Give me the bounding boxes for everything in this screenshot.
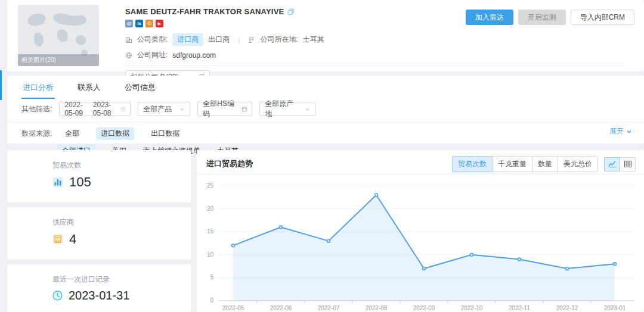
svg-text:15: 15 bbox=[207, 228, 214, 235]
svg-text:25: 25 bbox=[207, 182, 214, 189]
website-label: 公司网址: bbox=[137, 50, 168, 60]
source-option-import[interactable]: 进口数据 bbox=[96, 127, 134, 140]
tab-company-info[interactable]: 公司信息 bbox=[123, 76, 157, 99]
stat-value: 2023-01-31 bbox=[69, 289, 129, 302]
building-icon bbox=[125, 36, 132, 43]
chart-header-divider bbox=[197, 174, 644, 174]
svg-text:2022-09: 2022-09 bbox=[413, 305, 435, 311]
svg-text:2022-05: 2022-05 bbox=[222, 305, 244, 311]
svg-text:2022-07: 2022-07 bbox=[318, 305, 340, 311]
product-select[interactable]: 全部产品 bbox=[138, 102, 190, 116]
date-end: 2023-05-08 bbox=[93, 101, 116, 117]
window-icon bbox=[242, 106, 247, 113]
stat-value: 4 bbox=[69, 232, 76, 247]
stat-label: 供应商 bbox=[52, 217, 191, 227]
expand-toggle[interactable]: 展开 bbox=[609, 126, 632, 136]
start-monitor-button[interactable]: 开启监测 bbox=[518, 10, 566, 25]
hs-code-value: 全部HS编码 bbox=[203, 99, 236, 119]
related-images-label[interactable]: 相关图片(20) bbox=[18, 54, 99, 66]
clock-icon bbox=[52, 291, 63, 301]
location-value: 土耳其 bbox=[303, 35, 324, 45]
stat-value: 105 bbox=[69, 174, 91, 190]
company-photo[interactable]: 相关图片(20) bbox=[18, 5, 99, 66]
website-value[interactable]: sdfgroup.com bbox=[172, 51, 216, 60]
svg-text:10: 10 bbox=[207, 251, 214, 258]
type-importer-tag[interactable]: 进口商 bbox=[172, 33, 203, 46]
data-source-row: 数据来源: 全部 进口数据 出口数据 bbox=[7, 127, 644, 140]
source-option-all[interactable]: 全部 bbox=[65, 129, 79, 139]
stat-card-trade-count: 贸易次数 105 bbox=[7, 150, 191, 202]
date-start: 2022-05-09 bbox=[64, 101, 88, 117]
svg-text:2022-11: 2022-11 bbox=[509, 305, 530, 311]
dotted-divider bbox=[7, 121, 644, 122]
import-crm-button[interactable]: 导入内部CRM bbox=[571, 10, 634, 25]
company-type-label: 公司类型: bbox=[137, 35, 168, 45]
stat-label: 最近一次进口记录 bbox=[52, 274, 191, 285]
chevron-down-icon bbox=[305, 107, 310, 112]
analysis-card: 进口分析 联系人 公司信息 其他筛选: 2022-05-09 2023-05-0… bbox=[7, 76, 644, 143]
linkedin-icon[interactable]: in bbox=[135, 20, 143, 27]
origin-select-value: 全部原产地 bbox=[265, 99, 300, 119]
svg-text:2023-01: 2023-01 bbox=[604, 305, 626, 311]
youtube-icon[interactable]: ▶ bbox=[156, 20, 163, 27]
view-toggle-group bbox=[604, 157, 636, 171]
metric-quantity-button[interactable]: 数量 bbox=[532, 156, 558, 172]
filter-label: 其他筛选: bbox=[21, 104, 52, 114]
hs-code-select[interactable]: 全部HS编码 bbox=[197, 102, 252, 116]
header-actions: 加入雷达 开启监测 导入内部CRM bbox=[466, 10, 634, 25]
filter-row: 其他筛选: 2022-05-09 2023-05-08 全部产品 全部HS编码 … bbox=[7, 102, 644, 116]
table-view-button[interactable] bbox=[620, 157, 636, 171]
type-exporter-tag[interactable]: 出口商 bbox=[208, 35, 230, 45]
shop-icon bbox=[52, 234, 63, 245]
trend-chart-card: 进口贸易趋势 贸易次数 千克重量 数量 美元总价 05101520252022-… bbox=[197, 150, 644, 312]
source-option-export[interactable]: 出口数据 bbox=[151, 129, 179, 139]
metric-button-group: 贸易次数 千克重量 数量 美元总价 bbox=[452, 156, 598, 172]
page: 相关图片(20) SAME DEUTZ-FAHR TRAKTOR SANAYIV… bbox=[0, 0, 644, 312]
svg-text:0: 0 bbox=[210, 297, 213, 304]
svg-text:2022-06: 2022-06 bbox=[270, 305, 292, 311]
chevron-down-icon bbox=[179, 107, 185, 112]
metric-trade-count-button[interactable]: 贸易次数 bbox=[452, 156, 493, 172]
calendar-icon bbox=[121, 106, 125, 113]
metric-weight-button[interactable]: 千克重量 bbox=[492, 156, 532, 172]
chevron-down-icon bbox=[626, 129, 632, 135]
company-header-card: 相关图片(20) SAME DEUTZ-FAHR TRAKTOR SANAYIV… bbox=[7, 0, 644, 71]
location-label: 公司所在地: bbox=[260, 35, 298, 45]
divider: | bbox=[238, 36, 240, 44]
chart-title: 进口贸易趋势 bbox=[206, 158, 253, 169]
svg-text:2022-08: 2022-08 bbox=[366, 305, 388, 311]
svg-text:2022-10: 2022-10 bbox=[461, 305, 483, 311]
stat-label: 贸易次数 bbox=[52, 160, 191, 170]
bar-chart-icon bbox=[52, 177, 63, 188]
flag-icon bbox=[248, 36, 255, 43]
left-scroll-indicator bbox=[0, 70, 2, 100]
phone-icon[interactable]: ✆ bbox=[145, 20, 153, 27]
svg-text:2022-12: 2022-12 bbox=[556, 305, 578, 311]
data-source-label: 数据来源: bbox=[21, 129, 52, 139]
expand-label: 展开 bbox=[609, 126, 624, 136]
line-chart-view-button[interactable] bbox=[604, 157, 620, 171]
line-chart-icon bbox=[608, 161, 616, 167]
table-icon bbox=[624, 161, 631, 167]
dashed-divider bbox=[125, 65, 625, 66]
tab-bar: 进口分析 联系人 公司信息 bbox=[7, 76, 644, 99]
stat-card-last-import: 最近一次进口记录 2023-01-31 bbox=[7, 264, 191, 312]
tab-import-analysis[interactable]: 进口分析 bbox=[21, 76, 55, 99]
stat-card-suppliers: 供应商 4 bbox=[7, 207, 191, 260]
svg-text:5: 5 bbox=[210, 274, 213, 280]
globe-icon bbox=[125, 52, 132, 59]
date-range-picker[interactable]: 2022-05-09 2023-05-08 bbox=[59, 102, 131, 116]
metric-usd-total-button[interactable]: 美元总价 bbox=[558, 156, 598, 172]
svg-text:20: 20 bbox=[207, 205, 214, 212]
copy-icon[interactable] bbox=[287, 8, 295, 15]
company-name: SAME DEUTZ-FAHR TRAKTOR SANAYIVE bbox=[125, 7, 284, 16]
origin-select[interactable]: 全部原产地 bbox=[259, 102, 315, 116]
email-icon[interactable]: @ bbox=[125, 20, 133, 27]
chart-controls: 贸易次数 千克重量 数量 美元总价 bbox=[452, 156, 636, 172]
add-radar-button[interactable]: 加入雷达 bbox=[466, 10, 513, 25]
product-select-value: 全部产品 bbox=[143, 104, 172, 114]
trend-area-chart[interactable]: 05101520252022-052022-062022-072022-0820… bbox=[197, 177, 644, 312]
tab-contacts[interactable]: 联系人 bbox=[76, 76, 102, 99]
